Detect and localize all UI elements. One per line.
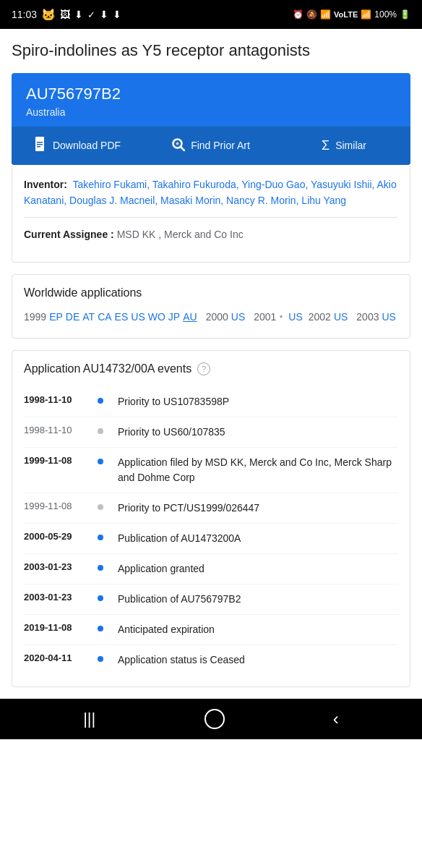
event-date: 2020-04-11 [24, 652, 89, 663]
event-description: Priority to US60/107835 [118, 425, 225, 440]
country-ES[interactable]: ES [115, 308, 129, 326]
events-section: Application AU14732/00A events ? 1998-11… [12, 350, 410, 687]
event-dot [98, 565, 103, 571]
find-prior-art-button[interactable]: Find Prior Art [145, 127, 277, 165]
year-country-row: 1999 EP DE AT CA ES US WO JP AU 2000 US … [24, 308, 398, 326]
emoji-icon: 🐱 [41, 8, 56, 22]
country-AT[interactable]: AT [82, 308, 95, 326]
event-row: 2003-01-23Publication of AU756797B2 [24, 584, 398, 615]
prior-art-icon [172, 138, 185, 153]
event-date: 2003-01-23 [24, 561, 89, 572]
inventor-label: Inventor: [24, 179, 67, 190]
country-CA[interactable]: CA [98, 308, 111, 326]
battery-icon: 🔋 [400, 9, 410, 20]
event-dot [98, 626, 103, 631]
event-row: 2020-04-11Application status is Ceased [24, 645, 398, 675]
event-dot [98, 595, 103, 601]
event-description: Anticipated expiration [118, 622, 215, 637]
alarm-icon: ⏰ [293, 9, 303, 20]
find-prior-art-label: Find Prior Art [191, 140, 250, 151]
event-dot [98, 535, 103, 540]
year-2003: 2003 [356, 308, 379, 326]
patent-number: AU756797B2 [26, 85, 396, 103]
event-description: Application status is Ceased [118, 652, 245, 668]
assignee-value: MSD KK , Merck and Co Inc [117, 229, 244, 240]
nav-back-icon[interactable]: ‹ [333, 709, 339, 729]
country-US-2000[interactable]: US [231, 308, 245, 326]
info-section: Inventor: Takehiro Fukami, Takahiro Fuku… [12, 165, 410, 263]
country-US-2001[interactable]: US [288, 308, 302, 326]
worldwide-apps-section: Worldwide applications 1999 EP DE AT CA … [12, 274, 410, 339]
action-bar: Download PDF Find Prior Art Σ Similar [12, 127, 410, 165]
year-2000: 2000 [206, 308, 228, 326]
event-date: 1999-11-08 [24, 501, 89, 511]
sigma-icon: Σ [322, 138, 330, 153]
mute-icon: 🔕 [306, 9, 317, 20]
info-divider [24, 217, 398, 218]
download-pdf-label: Download PDF [53, 140, 121, 151]
page-title: Spiro-indolines as Y5 receptor antagonis… [12, 41, 410, 61]
country-DE[interactable]: DE [66, 308, 79, 326]
gallery-icon: 🖼 [60, 9, 70, 20]
country-US-1999[interactable]: US [131, 308, 145, 326]
year-1999: 1999 [24, 308, 46, 326]
event-description: Priority to PCT/US1999/026447 [118, 501, 259, 516]
nav-menu-icon[interactable]: ||| [83, 710, 95, 728]
event-description: Publication of AU1473200A [118, 531, 241, 546]
nav-bar: ||| ‹ [0, 699, 422, 739]
battery-label: 100% [374, 9, 397, 20]
svg-rect-3 [37, 144, 43, 145]
country-US-2002[interactable]: US [334, 308, 348, 326]
event-description: Priority to US10783598P [118, 394, 229, 409]
svg-line-6 [181, 147, 184, 150]
download3-icon: ⬇ [113, 9, 121, 20]
event-row: 2003-01-23Application granted [24, 554, 398, 584]
event-row: 1998-11-10Priority to US60/107835 [24, 417, 398, 448]
download-icon: ⬇ [74, 9, 83, 20]
inventor-row: Inventor: Takehiro Fukami, Takahiro Fuku… [24, 176, 398, 209]
event-row: 1999-11-08Priority to PCT/US1999/026447 [24, 493, 398, 524]
download-pdf-button[interactable]: Download PDF [12, 127, 145, 165]
country-WO[interactable]: WO [148, 308, 165, 326]
dot-sep-2001: ● [279, 312, 283, 322]
event-dot [98, 504, 103, 510]
events-list: 1998-11-10Priority to US10783598P1998-11… [24, 387, 398, 675]
event-dot-col [98, 592, 109, 601]
event-dot [98, 656, 103, 662]
event-dot-col [98, 425, 109, 434]
wifi-icon: 📶 [320, 9, 331, 20]
event-dot [98, 459, 103, 464]
country-JP[interactable]: JP [168, 308, 180, 326]
event-dot-col [98, 501, 109, 510]
help-icon[interactable]: ? [197, 362, 210, 375]
assignee-label: Current Assignee : [24, 229, 114, 240]
nav-home-icon[interactable] [204, 709, 225, 729]
pdf-icon [35, 137, 47, 155]
inventor-names[interactable]: Takehiro Fukami, Takahiro Fukuroda, Ying… [24, 179, 397, 206]
event-row: 1999-11-08Application filed by MSD KK, M… [24, 448, 398, 493]
similar-label: Similar [335, 140, 366, 151]
worldwide-apps-title: Worldwide applications [24, 286, 398, 299]
event-row: 1998-11-10Priority to US10783598P [24, 387, 398, 417]
country-US-2003[interactable]: US [382, 308, 395, 326]
page-content: Spiro-indolines as Y5 receptor antagonis… [0, 29, 422, 687]
event-dot-col [98, 455, 109, 464]
country-AU-current[interactable]: AU [183, 308, 197, 326]
event-description: Application filed by MSD KK, Merck and C… [118, 455, 398, 485]
event-date: 1998-11-10 [24, 425, 89, 435]
event-date: 1999-11-08 [24, 455, 89, 466]
volte-label: VoLTE [334, 10, 358, 19]
patent-header: AU756797B2 Australia [12, 73, 410, 127]
event-date: 2000-05-29 [24, 531, 89, 542]
year-2002: 2002 [309, 308, 331, 326]
svg-rect-4 [37, 146, 40, 148]
svg-marker-1 [44, 137, 47, 140]
event-date: 1998-11-10 [24, 394, 89, 405]
country-EP[interactable]: EP [49, 308, 63, 326]
events-header: Application AU14732/00A events ? [24, 362, 398, 375]
similar-button[interactable]: Σ Similar [277, 127, 410, 165]
event-dot [98, 398, 103, 404]
event-dot-col [98, 531, 109, 540]
patent-country: Australia [26, 106, 396, 118]
event-dot [98, 428, 103, 434]
